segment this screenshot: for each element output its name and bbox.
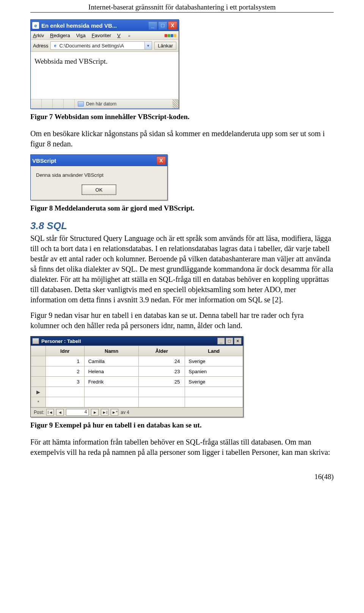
cell[interactable]: 3 xyxy=(46,377,85,387)
address-value: C:\Documents and Settings\A xyxy=(59,43,124,49)
cell[interactable]: 1 xyxy=(46,356,85,366)
figure-7-browser-window: e En enkel hemsida med VB... _ □ X Arkiv… xyxy=(30,19,179,109)
nav-of-label: av 4 xyxy=(121,410,129,415)
db-table: Idnr Namn Ålder Land 1 Camilla 24 Sverig… xyxy=(31,346,243,407)
menu-overflow-icon[interactable]: » xyxy=(128,33,130,38)
nav-prev-button[interactable]: ◄ xyxy=(56,409,64,416)
record-navigator: Post: I◄ ◄ 4 ► ►I ►* av 4 xyxy=(31,407,243,417)
page-number: 16(48) xyxy=(30,473,334,481)
nav-position-input[interactable]: 4 xyxy=(66,409,89,416)
cell[interactable]: Sverige xyxy=(185,356,243,366)
figure-8-caption: Figur 8 Meddelanderuta som är gjord med … xyxy=(30,204,334,212)
nav-new-button[interactable]: ►* xyxy=(111,409,118,416)
nav-last-button[interactable]: ►I xyxy=(101,409,108,416)
cell[interactable]: 25 xyxy=(139,377,185,387)
cell[interactable]: Spanien xyxy=(185,366,243,377)
cell[interactable]: Helena xyxy=(84,366,139,377)
cell[interactable]: Camilla xyxy=(84,356,139,366)
ie-icon: e xyxy=(32,22,39,29)
page-icon: e xyxy=(52,43,58,48)
window-title: En enkel hemsida med VB... xyxy=(41,22,117,29)
dialog-close-button[interactable]: X xyxy=(157,156,166,165)
dialog-message: Denna sida använder VBScript xyxy=(36,172,162,178)
menubar: Arkiv Redigera Visa Favoriter V » xyxy=(31,31,179,40)
figure-9-caption: Figur 9 Exempel på hur en tabell i en da… xyxy=(30,421,334,429)
paragraph-2: SQL står för Structured Query Language o… xyxy=(30,233,334,305)
nav-first-button[interactable]: I◄ xyxy=(46,409,54,416)
db-close-button[interactable]: × xyxy=(234,338,242,344)
db-maximize-button[interactable]: □ xyxy=(226,338,233,344)
dialog-title: VBScript xyxy=(32,157,56,164)
table-icon xyxy=(32,338,39,344)
table-row[interactable]: 3 Fredrik 25 Sverige xyxy=(31,377,243,387)
table-row[interactable]: 1 Camilla 24 Sverige xyxy=(31,356,243,366)
col-alder[interactable]: Ålder xyxy=(139,346,185,356)
maximize-button[interactable]: □ xyxy=(158,21,167,30)
windows-flag-icon xyxy=(165,34,176,37)
minimize-button[interactable]: _ xyxy=(148,21,157,30)
computer-icon xyxy=(78,101,84,107)
close-button[interactable]: X xyxy=(168,21,177,30)
address-dropdown-icon[interactable]: ▾ xyxy=(144,42,152,49)
address-label: Adress xyxy=(33,43,48,49)
status-text: Den här datorn xyxy=(86,101,116,107)
window-titlebar[interactable]: e En enkel hemsida med VB... _ □ X xyxy=(31,20,179,31)
menu-favoriter[interactable]: Favoriter xyxy=(92,33,111,38)
table-header-row: Idnr Namn Ålder Land xyxy=(31,346,243,356)
db-window-title: Personer : Tabell xyxy=(41,338,81,344)
col-namn[interactable]: Namn xyxy=(84,346,139,356)
table-row[interactable]: 2 Helena 23 Spanien xyxy=(31,366,243,377)
dialog-titlebar[interactable]: VBScript X xyxy=(31,155,167,166)
paragraph-4: För att hämta information från tabellen … xyxy=(30,437,334,457)
address-bar: Adress e C:\Documents and Settings\A ▾ L… xyxy=(31,40,179,52)
nav-label: Post: xyxy=(34,410,44,415)
paragraph-3: Figur 9 nedan visar hur en tabell i en d… xyxy=(30,310,334,331)
menu-redigera[interactable]: Redigera xyxy=(50,33,70,38)
menu-arkiv[interactable]: Arkiv xyxy=(33,33,44,38)
col-land[interactable]: Land xyxy=(185,346,243,356)
cell[interactable]: 2 xyxy=(46,366,85,377)
resize-grip-icon[interactable] xyxy=(173,99,179,108)
nav-next-button[interactable]: ► xyxy=(91,409,99,416)
paragraph-1: Om en besökare klickar någonstans på sid… xyxy=(30,129,334,149)
cell[interactable]: 23 xyxy=(139,366,185,377)
cell[interactable]: Fredrik xyxy=(84,377,139,387)
figure-9-db-window: Personer : Tabell _ □ × Idnr Namn Ålder … xyxy=(30,336,243,417)
menu-visa[interactable]: Visa xyxy=(76,33,86,38)
col-idnr[interactable]: Idnr xyxy=(46,346,85,356)
db-minimize-button[interactable]: _ xyxy=(217,338,225,344)
cell[interactable]: Sverige xyxy=(185,377,243,387)
table-row-new[interactable]: * xyxy=(31,397,243,407)
figure-7-caption: Figur 7 Webbsidan som innehåller VBScrip… xyxy=(30,113,334,121)
status-bar: Den här datorn xyxy=(31,99,179,108)
ok-button[interactable]: OK xyxy=(82,185,116,195)
address-input[interactable]: e C:\Documents and Settings\A ▾ xyxy=(50,41,152,50)
page-header: Internet-baserat gränssnitt för databash… xyxy=(30,0,334,13)
section-3-8-title: 3.8 SQL xyxy=(30,220,334,232)
db-titlebar[interactable]: Personer : Tabell _ □ × xyxy=(31,336,243,346)
table-row-current[interactable]: ▶ xyxy=(31,387,243,397)
cell[interactable]: 24 xyxy=(139,356,185,366)
page-content[interactable]: Webbsida med VBScript. xyxy=(31,52,179,99)
figure-8-message-box: VBScript X Denna sida använder VBScript … xyxy=(30,154,168,200)
menu-more-v[interactable]: V xyxy=(117,33,121,38)
links-button[interactable]: Länkar xyxy=(154,42,176,50)
